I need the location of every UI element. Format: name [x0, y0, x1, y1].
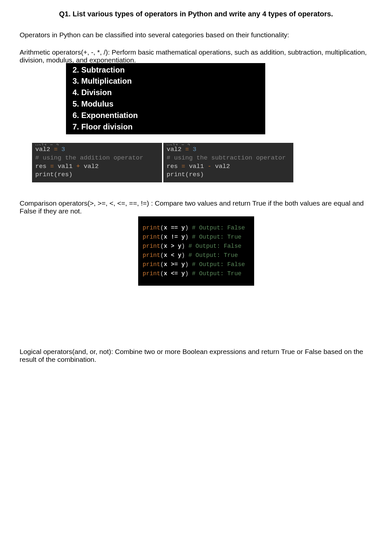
code-paren: ) — [181, 243, 185, 249]
code-comment: # Output: False — [185, 243, 241, 249]
code-line: print(x <= y) # Output: True — [143, 269, 250, 278]
code-var: y — [178, 243, 182, 249]
code-fn: print — [35, 171, 54, 178]
code-var: y — [181, 225, 185, 231]
list-item: 6. Exponentiation — [73, 110, 259, 121]
list-item: 4. Division — [73, 87, 259, 98]
code-addition: val1 = 2 val2 = 3 # using the addition o… — [32, 143, 162, 182]
code-subtraction: val1 = 2 val2 = 3 # using the subtractio… — [163, 143, 293, 182]
code-fn: print — [167, 171, 185, 178]
list-item: 2. Subtraction — [73, 64, 259, 76]
code-var: x — [164, 243, 167, 249]
code-kw: print — [143, 243, 160, 249]
code-var: y — [181, 234, 185, 240]
list-item: 7. Floor division — [73, 121, 259, 133]
code-var: y — [181, 261, 185, 268]
code-line: val2 = 3 — [167, 145, 290, 154]
code-var: val2 — [215, 163, 230, 170]
code-line: print(x == y) # Output: False — [143, 224, 250, 233]
code-op: = — [182, 146, 193, 153]
code-comment: # Output: False — [188, 225, 245, 231]
code-op: - — [204, 163, 215, 170]
list-item: 5. Modulus — [73, 98, 259, 110]
code-var: val2 — [167, 146, 182, 153]
code-var: res — [167, 163, 178, 170]
code-paren: ) — [185, 234, 188, 240]
code-op: = — [46, 163, 57, 170]
code-var: val1 — [189, 163, 204, 170]
code-comment: # Output: True — [188, 270, 241, 277]
logical-description: Logical operators(and, or, not): Combine… — [20, 348, 372, 363]
code-kw: print — [143, 261, 160, 268]
code-paren: ( — [160, 261, 164, 268]
code-arg: (res) — [54, 171, 73, 178]
comparison-description: Comparison operators(>, >=, <, <=, ==, !… — [20, 199, 372, 215]
code-comment: # Output: True — [188, 234, 241, 240]
code-op: <= — [167, 270, 181, 277]
code-var: x — [164, 270, 167, 277]
code-op: > — [167, 243, 178, 249]
code-line: print(x > y) # Output: False — [143, 242, 250, 251]
code-kw: print — [143, 225, 160, 231]
page-title: Q1. List various types of operators in P… — [20, 10, 372, 18]
code-examples-row: val1 = 2 val2 = 3 # using the addition o… — [32, 143, 293, 182]
code-comment: # Output: False — [188, 261, 245, 268]
code-op: = — [178, 163, 189, 170]
code-op: >= — [167, 261, 181, 268]
code-op: = — [50, 146, 61, 153]
code-var: y — [178, 252, 182, 259]
code-line: print(x < y) # Output: True — [143, 251, 250, 260]
code-paren: ( — [160, 234, 164, 240]
code-arg: (res) — [185, 171, 204, 178]
code-var: x — [164, 234, 167, 240]
code-line: res = val1 - val2 — [167, 162, 290, 171]
code-paren: ( — [160, 270, 164, 277]
code-paren: ) — [185, 225, 188, 231]
code-var: val1 — [57, 163, 73, 170]
code-var: x — [164, 261, 167, 268]
code-op: == — [167, 225, 181, 231]
code-line: val2 = 3 — [35, 145, 159, 154]
cutoff-line: val1 = 2 — [167, 143, 290, 145]
code-var: y — [181, 270, 185, 277]
code-line: print(x != y) # Output: True — [143, 233, 250, 242]
code-var: val2 — [84, 163, 99, 170]
code-num: 3 — [193, 146, 196, 153]
code-line: print(res) — [167, 171, 290, 179]
code-paren: ( — [160, 252, 164, 259]
cutoff-line: val1 = 2 — [35, 143, 159, 145]
code-paren: ( — [160, 225, 164, 231]
code-op: + — [73, 163, 84, 170]
code-paren: ) — [185, 261, 188, 268]
code-op: != — [167, 234, 181, 240]
code-num: 3 — [61, 146, 65, 153]
intro-paragraph: Operators in Python can be classified in… — [20, 31, 372, 39]
code-comment: # Output: True — [185, 252, 238, 259]
code-var: x — [164, 225, 167, 231]
code-paren: ) — [185, 270, 188, 277]
list-item: 3. Multiplication — [73, 76, 259, 87]
comparison-code-box: print(x == y) # Output: False print(x !=… — [138, 216, 254, 285]
code-op: < — [167, 252, 178, 259]
code-kw: print — [143, 252, 160, 259]
code-comment: # using the addition operator — [35, 154, 159, 162]
code-paren: ) — [181, 252, 185, 259]
code-var: res — [35, 163, 46, 170]
arithmetic-description: Arithmetic operators(+, -, *, /): Perfor… — [20, 48, 372, 64]
code-kw: print — [143, 234, 160, 240]
operator-list-box: 2. Subtraction 3. Multiplication 4. Divi… — [66, 63, 265, 135]
code-line: res = val1 + val2 — [35, 162, 159, 171]
code-comment: # using the subtraction operator — [167, 154, 290, 162]
code-line: print(x >= y) # Output: False — [143, 260, 250, 269]
code-var: x — [164, 252, 167, 259]
code-line: print(res) — [35, 171, 159, 179]
code-kw: print — [143, 270, 160, 277]
code-paren: ( — [160, 243, 164, 249]
code-var: val2 — [35, 146, 50, 153]
